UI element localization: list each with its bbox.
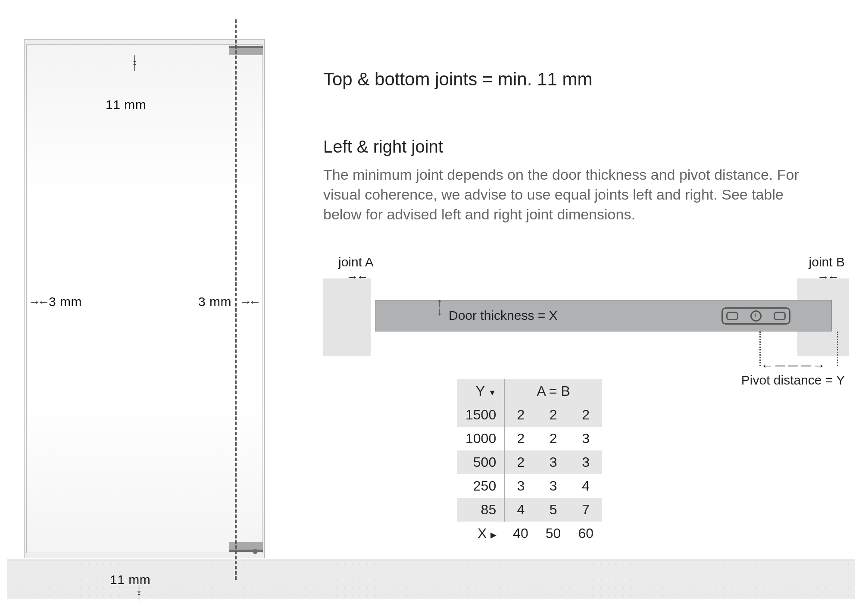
door-elevation: ↓↑ 11 mm 11 mm ↓↑ →← 3 mm 3 mm →← — [24, 39, 265, 558]
door-top-section: ↑↓ Door thickness = X — [375, 300, 832, 331]
joint-b-text: joint B — [809, 255, 845, 269]
table-row: 1000 2 2 3 — [457, 427, 602, 450]
wall-left — [323, 278, 371, 356]
pivot-hinge-icon — [721, 307, 790, 325]
arrow-down-up-icon: ↓↑ — [136, 585, 142, 600]
bottom-pivot-hardware — [229, 542, 263, 552]
arrow-up-down-icon: ↑↓ — [437, 298, 443, 316]
dim-left-value: 3 mm — [49, 294, 82, 309]
dim-top-joint: ↓↑ 11 mm — [106, 97, 146, 112]
dim-right-value: 3 mm — [198, 294, 231, 309]
table-row: 250 3 3 4 — [457, 474, 602, 498]
dim-right-joint: 3 mm →← — [198, 294, 231, 309]
table-row: 1500 2 2 2 — [457, 403, 602, 427]
arrow-right-left-icon: →← — [239, 294, 257, 309]
joint-a-text: joint A — [338, 255, 374, 269]
arrow-down-up-icon: ↓↑ — [131, 54, 138, 70]
headline: Top & bottom joints = min. 11 mm — [323, 69, 832, 90]
table-y-header: Y ▼ — [457, 379, 504, 403]
section-body: The minimum joint depends on the door th… — [323, 165, 810, 225]
pivot-distance-label: Pivot distance = Y — [741, 373, 845, 387]
dim-left-joint: →← 3 mm — [24, 294, 82, 309]
dim-bottom-value: 11 mm — [110, 572, 150, 587]
thickness-label: Door thickness = X — [449, 308, 558, 323]
table-x-header: X ▶ — [457, 522, 504, 545]
triangle-right-icon: ▶ — [490, 531, 497, 539]
top-pivot-hardware — [229, 46, 263, 55]
dim-top-value: 11 mm — [106, 97, 146, 112]
section-title: Left & right joint — [323, 137, 832, 156]
table-row: 500 2 3 3 — [457, 450, 602, 474]
joint-table: Y ▼ A = B 1500 2 2 2 1000 2 2 3 500 2 3 … — [457, 379, 602, 545]
pivot-centerline — [235, 19, 237, 580]
arrow-right-left-icon: →← — [28, 294, 46, 309]
pivot-distance-dim: ⸺⸺⸺ Pivot distance = Y — [737, 358, 849, 388]
arrow-left-right-icon: ⸺⸺⸺ — [737, 358, 849, 373]
triangle-down-icon: ▼ — [488, 388, 496, 397]
dim-bottom-joint: 11 mm ↓↑ — [110, 572, 150, 587]
door-topview: joint A → ← joint B → ← ↑↓ Door thicknes… — [323, 255, 832, 384]
spec-content: Top & bottom joints = min. 11 mm Left & … — [323, 69, 832, 384]
table-ab-header: A = B — [504, 379, 602, 403]
table-row: 85 4 5 7 — [457, 498, 602, 522]
table-x-footer: X ▶ 40 50 60 — [457, 522, 602, 545]
